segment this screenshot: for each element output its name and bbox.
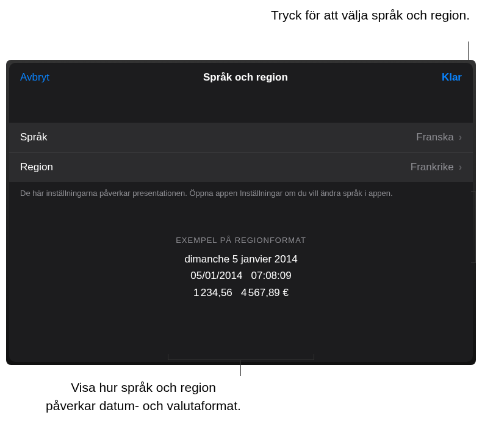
- chevron-right-icon: ›: [459, 132, 462, 143]
- callout-top-leader-line: [468, 42, 469, 60]
- done-button[interactable]: Klar: [442, 71, 462, 84]
- modal-container: Avbryt Språk och region Klar Språk Frans…: [6, 60, 476, 365]
- settings-list: Språk Franska › Region Frankrike ›: [9, 123, 473, 182]
- callout-bottom-text: Visa hur språk och region påverkar datum…: [46, 380, 241, 413]
- language-row-label: Språk: [20, 131, 47, 143]
- cancel-button[interactable]: Avbryt: [20, 71, 49, 84]
- modal-header: Avbryt Språk och region Klar: [9, 63, 473, 92]
- example-header: EXEMPEL PÅ REGIONFORMAT: [9, 236, 473, 245]
- example-lines: dimanche 5 janvier 2014 05/01/2014 07:08…: [9, 251, 473, 301]
- callout-top: Tryck för att välja språk och region.: [271, 6, 470, 24]
- callout-bottom-leader-line: [240, 360, 241, 376]
- example-long-date: dimanche 5 janvier 2014: [9, 251, 473, 267]
- callout-bottom: Visa hur språk och region påverkar datum…: [0, 378, 482, 416]
- language-row[interactable]: Språk Franska ›: [9, 123, 473, 152]
- callout-bracket-right: [471, 191, 476, 263]
- chevron-right-icon: ›: [459, 162, 462, 173]
- language-region-modal: Avbryt Språk och region Klar Språk Frans…: [9, 63, 473, 362]
- region-format-example: EXEMPEL PÅ REGIONFORMAT dimanche 5 janvi…: [9, 236, 473, 301]
- settings-footer-note: De här inställningarna påverkar presenta…: [9, 182, 473, 205]
- region-row-value: Frankrike: [411, 161, 454, 173]
- language-row-value: Franska: [416, 131, 453, 143]
- callout-top-text: Tryck för att välja språk och region.: [271, 8, 470, 22]
- region-row[interactable]: Region Frankrike ›: [9, 152, 473, 182]
- language-row-value-wrap: Franska ›: [416, 131, 462, 143]
- region-row-label: Region: [20, 161, 53, 173]
- region-row-value-wrap: Frankrike ›: [411, 161, 462, 173]
- example-number-currency: 1 234,56 4 567,89 €: [9, 284, 473, 301]
- example-short-date-time: 05/01/2014 07:08:09: [9, 267, 473, 284]
- callout-bracket-bottom: [168, 354, 314, 360]
- modal-title: Språk och region: [203, 71, 288, 84]
